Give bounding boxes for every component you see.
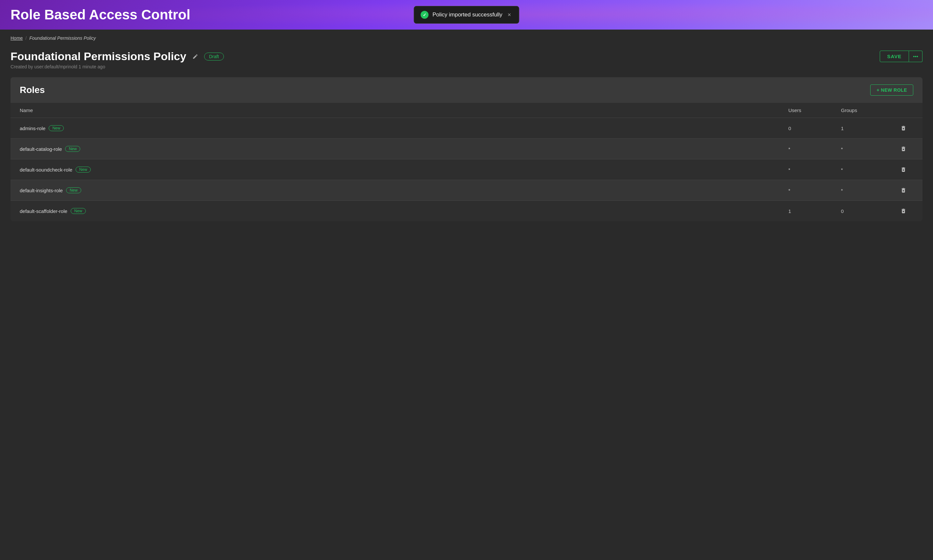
table-row[interactable]: default-insights-role New * *	[11, 180, 922, 201]
toast-message: Policy imported successfully	[432, 11, 502, 18]
page-header: Role Based Access Control Policy importe…	[0, 0, 933, 29]
table-row[interactable]: default-scaffolder-role New 1 0	[11, 201, 922, 221]
delete-role-button[interactable]	[893, 186, 913, 195]
role-name: default-catalog-role	[20, 146, 62, 152]
toast-close-button[interactable]: ×	[506, 12, 513, 18]
groups-value: *	[841, 188, 893, 193]
role-name: default-insights-role	[20, 188, 63, 193]
table-row[interactable]: default-catalog-role New * *	[11, 139, 922, 159]
roles-section: Roles + NEW ROLE Name Users Groups admin…	[11, 77, 922, 221]
groups-value: 0	[841, 208, 893, 214]
page-content: Foundational Permissions Policy Draft SA…	[0, 43, 933, 232]
users-value: 0	[788, 126, 841, 131]
toast-notification: Policy imported successfully ×	[414, 6, 519, 24]
role-name-cell: default-catalog-role New	[20, 146, 788, 152]
delete-role-button[interactable]	[893, 145, 913, 153]
new-badge: New	[65, 146, 80, 152]
new-role-button[interactable]: + NEW ROLE	[870, 85, 913, 95]
role-name: default-scaffolder-role	[20, 208, 68, 214]
users-value: *	[788, 167, 841, 172]
col-header-groups: Groups	[841, 108, 893, 113]
new-badge: New	[49, 125, 64, 131]
delete-role-button[interactable]	[893, 124, 913, 132]
toast-success-icon	[420, 11, 428, 19]
groups-value: *	[841, 167, 893, 172]
edit-policy-button[interactable]	[191, 52, 200, 61]
delete-role-button[interactable]	[893, 207, 913, 215]
draft-badge: Draft	[204, 52, 224, 60]
policy-title-row: Foundational Permissions Policy Draft	[11, 50, 224, 63]
breadcrumb-home-link[interactable]: Home	[11, 35, 23, 41]
roles-table: admins-role New 0 1 default-catalog-role…	[11, 118, 922, 221]
policy-actions: SAVE •••	[880, 51, 923, 62]
role-name-cell: default-insights-role New	[20, 187, 788, 193]
policy-header: Foundational Permissions Policy Draft SA…	[11, 50, 922, 63]
trash-icon	[901, 146, 906, 152]
breadcrumb-current: Foundational Permissions Policy	[29, 35, 95, 41]
col-header-users: Users	[788, 108, 841, 113]
new-badge: New	[75, 167, 91, 172]
more-options-button[interactable]: •••	[909, 51, 922, 62]
groups-value: 1	[841, 126, 893, 131]
role-name: default-soundcheck-role	[20, 167, 72, 172]
delete-role-button[interactable]	[893, 165, 913, 174]
role-name-cell: admins-role New	[20, 125, 788, 131]
new-badge: New	[71, 208, 86, 214]
table-header: Name Users Groups	[11, 103, 922, 118]
groups-value: *	[841, 146, 893, 152]
col-header-actions	[893, 108, 913, 113]
policy-meta: Created by user:default/mprinold 1 minut…	[11, 64, 922, 69]
role-name: admins-role	[20, 126, 45, 131]
col-header-name: Name	[20, 108, 788, 113]
trash-icon	[901, 125, 906, 131]
role-name-cell: default-scaffolder-role New	[20, 208, 788, 214]
trash-icon	[901, 167, 906, 172]
table-row[interactable]: admins-role New 0 1	[11, 118, 922, 139]
users-value: *	[788, 188, 841, 193]
breadcrumb: Home / Foundational Permissions Policy	[0, 29, 933, 43]
table-row[interactable]: default-soundcheck-role New * *	[11, 159, 922, 180]
roles-title: Roles	[20, 85, 45, 95]
policy-title: Foundational Permissions Policy	[11, 50, 186, 63]
users-value: *	[788, 146, 841, 152]
users-value: 1	[788, 208, 841, 214]
role-name-cell: default-soundcheck-role New	[20, 167, 788, 172]
roles-header: Roles + NEW ROLE	[11, 77, 922, 103]
new-badge: New	[66, 187, 81, 193]
trash-icon	[901, 187, 906, 193]
trash-icon	[901, 208, 906, 214]
page-title: Role Based Access Control	[11, 7, 190, 23]
pencil-icon	[192, 54, 198, 60]
save-button[interactable]: SAVE	[880, 51, 909, 62]
breadcrumb-separator: /	[25, 35, 27, 41]
